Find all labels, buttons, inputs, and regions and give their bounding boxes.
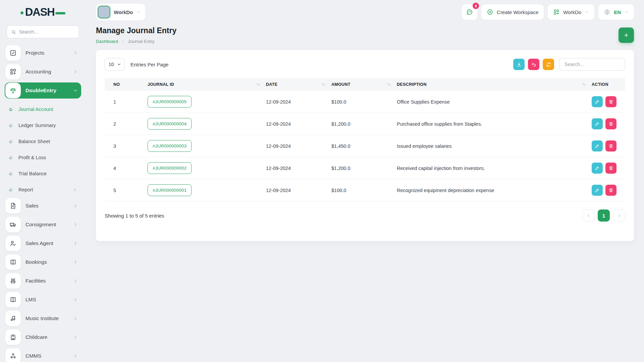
sidebar-search-input[interactable] bbox=[19, 29, 66, 35]
download-icon bbox=[516, 62, 522, 67]
journal-id-badge[interactable]: #JUR000000003 bbox=[148, 140, 192, 152]
pencil-icon bbox=[595, 99, 600, 104]
sidebar-item-icon bbox=[5, 198, 21, 214]
delete-button[interactable] bbox=[605, 118, 616, 129]
add-journal-entry-button[interactable] bbox=[619, 27, 634, 43]
table-column-header-description[interactable]: DESCRIPTION bbox=[397, 82, 592, 87]
sidebar-item-consignment[interactable]: Consignment bbox=[5, 217, 81, 233]
workdo-dropdown[interactable]: WorkDo bbox=[548, 4, 594, 20]
sidebar-item-bookings[interactable]: Bookings bbox=[5, 254, 81, 270]
edit-button[interactable] bbox=[592, 185, 603, 196]
sidebar-item-cmms[interactable]: CMMS bbox=[5, 348, 81, 362]
sidebar-item-report[interactable]: Report bbox=[5, 182, 81, 198]
globe-icon bbox=[604, 9, 610, 15]
sidebar-item-icon bbox=[5, 273, 21, 289]
row-number: 4 bbox=[113, 166, 148, 171]
create-workspace-button[interactable]: Create Workspace bbox=[481, 4, 544, 20]
edit-button[interactable] bbox=[592, 118, 603, 129]
previous-page-button[interactable] bbox=[582, 209, 594, 222]
journal-entry-card: 10 Entries Per Page bbox=[96, 50, 634, 241]
row-amount: $1,200.0 bbox=[331, 166, 397, 171]
messages-button[interactable]: 0 bbox=[462, 4, 477, 20]
row-number: 5 bbox=[113, 188, 148, 193]
journal-id-badge[interactable]: #JUR000000004 bbox=[148, 118, 192, 130]
delete-button[interactable] bbox=[605, 96, 616, 107]
sort-icon bbox=[256, 82, 261, 87]
breadcrumb-dashboard-link[interactable]: Dashboard bbox=[96, 39, 118, 44]
sidebar-nav: Projects Accounting DoubleEntry Journa bbox=[5, 45, 81, 362]
sort-icon bbox=[387, 82, 391, 87]
edit-button[interactable] bbox=[592, 140, 603, 152]
language-dropdown[interactable]: EN bbox=[598, 4, 634, 20]
workspace-selector[interactable]: WorkDo bbox=[96, 4, 145, 20]
journal-id-badge[interactable]: #JUR000000001 bbox=[148, 184, 192, 196]
pencil-icon bbox=[595, 188, 600, 193]
top-bar: WorkDo 0 Create Workspace WorkDo EN bbox=[96, 0, 634, 21]
table-column-header-date[interactable]: DATE bbox=[266, 82, 331, 87]
delete-button[interactable] bbox=[605, 140, 616, 152]
trash-icon bbox=[608, 99, 613, 104]
sidebar-item-doubleentry[interactable]: DoubleEntry bbox=[5, 82, 81, 99]
entries-per-page-label: Entries Per Page bbox=[130, 62, 168, 67]
chevron-icon bbox=[73, 297, 78, 302]
chevron-right-icon bbox=[617, 214, 622, 218]
trash-icon bbox=[608, 143, 613, 148]
chevron-icon bbox=[73, 203, 78, 208]
sidebar-item-facilities[interactable]: Facilities bbox=[5, 273, 81, 289]
table-actions bbox=[513, 58, 625, 71]
row-amount: $100.0 bbox=[331, 99, 397, 105]
trash-icon bbox=[608, 188, 613, 193]
delete-button[interactable] bbox=[605, 163, 616, 174]
edit-button[interactable] bbox=[592, 96, 603, 107]
refresh-button[interactable] bbox=[543, 59, 554, 70]
sidebar-item-sales-agent[interactable]: Sales Agent bbox=[5, 235, 81, 251]
column-label: ACTION bbox=[592, 82, 608, 87]
row-description: Issued employee salaries bbox=[397, 143, 592, 149]
row-amount: $100.0 bbox=[331, 188, 397, 193]
chevron-icon bbox=[73, 241, 78, 246]
table-column-header-journal-id[interactable]: JOURNAL ID bbox=[148, 82, 266, 87]
sidebar-item-balance-sheet[interactable]: Balance Sheet bbox=[5, 133, 81, 149]
table-column-header-amount[interactable]: AMOUNT bbox=[331, 82, 397, 87]
column-label: DATE bbox=[266, 82, 277, 87]
table-footer: Showing 1 to 5 of 5 entries 1 bbox=[105, 209, 625, 222]
journal-id-badge[interactable]: #JUR000000005 bbox=[148, 96, 192, 108]
export-download-button[interactable] bbox=[513, 59, 525, 70]
language-label: EN bbox=[614, 9, 621, 15]
sidebar-item-music-institute[interactable]: Music Institute bbox=[5, 310, 81, 326]
bullet-icon bbox=[9, 172, 13, 176]
delete-button[interactable] bbox=[605, 185, 616, 196]
sidebar-item-lms[interactable]: LMS bbox=[5, 292, 81, 308]
entries-per-page-select[interactable]: 10 bbox=[105, 58, 125, 71]
sidebar-item-accounting[interactable]: Accounting bbox=[5, 64, 81, 80]
page-1-button[interactable]: 1 bbox=[598, 209, 610, 222]
topbar-actions: 0 Create Workspace WorkDo EN bbox=[462, 4, 634, 20]
sidebar-item-ledger-summary[interactable]: Ledger Summary bbox=[5, 117, 81, 133]
table-search-input[interactable] bbox=[559, 58, 625, 71]
undo-button[interactable] bbox=[528, 59, 539, 70]
entries-per-page-value: 10 bbox=[108, 62, 114, 67]
sidebar-item-trial-balance[interactable]: Trial Balance bbox=[5, 166, 81, 182]
bullet-icon bbox=[9, 139, 13, 144]
sidebar-item-icon bbox=[5, 217, 21, 232]
sidebar-item-journal-account[interactable]: Journal Account bbox=[5, 101, 81, 117]
sidebar-item-projects[interactable]: Projects bbox=[5, 45, 81, 61]
next-page-button[interactable] bbox=[613, 209, 625, 222]
page-header: Manage Journal Entry Dashboard Journal E… bbox=[96, 26, 634, 44]
sidebar-item-icon bbox=[5, 311, 21, 326]
journal-id-badge[interactable]: #JUR000000002 bbox=[148, 162, 192, 174]
chevron-icon bbox=[73, 51, 78, 55]
chat-badge: 0 bbox=[473, 3, 479, 9]
sidebar-item-childcare[interactable]: Childcare bbox=[5, 329, 81, 345]
sidebar-item-profit-loss[interactable]: Profit & Loss bbox=[5, 149, 81, 166]
pencil-icon bbox=[595, 121, 600, 126]
entries-per-page: 10 Entries Per Page bbox=[105, 58, 168, 71]
trash-icon bbox=[608, 121, 613, 126]
bullet-icon bbox=[9, 188, 13, 192]
sort-icon bbox=[321, 82, 326, 87]
edit-button[interactable] bbox=[592, 163, 603, 174]
bullet-icon bbox=[9, 107, 13, 112]
sidebar-item-sales[interactable]: Sales bbox=[5, 198, 81, 214]
plus-circle-icon bbox=[487, 9, 493, 15]
column-label: JOURNAL ID bbox=[148, 82, 174, 87]
